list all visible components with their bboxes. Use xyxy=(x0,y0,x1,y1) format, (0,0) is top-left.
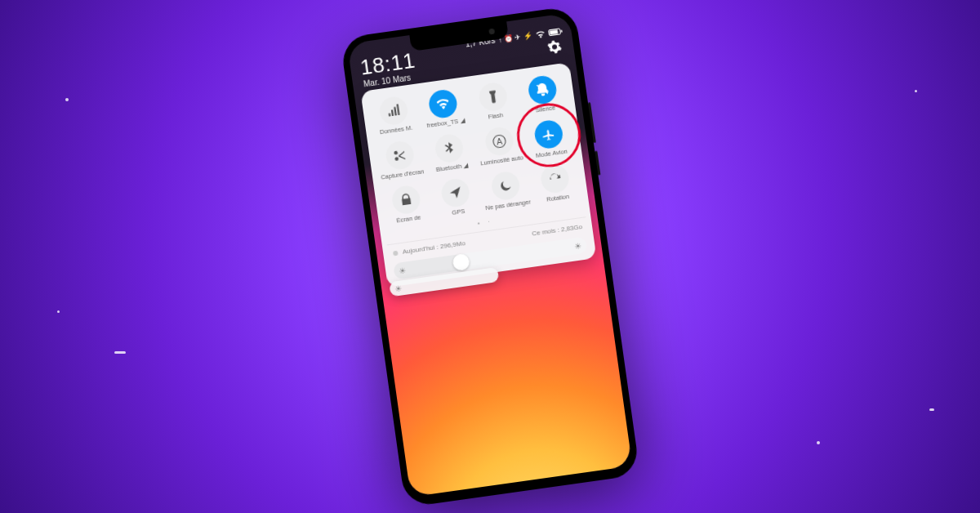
qs-tile-lockscreen[interactable]: Écran de xyxy=(379,181,434,227)
battery-icon xyxy=(548,26,564,36)
wifi-icon xyxy=(427,88,458,119)
svg-rect-2 xyxy=(561,29,563,32)
qs-tile-gps[interactable]: GPS xyxy=(429,174,484,221)
phone-screen: 1,7 Ko/s ↑ ⏰ ✈ ⚡ 18:11 Mar. 10 Mars xyxy=(347,13,632,497)
qs-tile-silence[interactable]: Silence xyxy=(515,71,571,118)
data-month-label: Ce mois xyxy=(532,226,556,237)
qs-tile-screenshot[interactable]: Capture d'écran xyxy=(372,136,428,183)
qs-tile-label: Écran de xyxy=(396,214,421,224)
auto-bright-icon: A xyxy=(483,126,514,157)
svg-rect-1 xyxy=(550,29,559,34)
quick-settings-panel: Données M.freebox_TS ◢FlashSilenceCaptur… xyxy=(360,62,596,287)
qs-tile-label: Rotation xyxy=(546,194,570,203)
qs-tile-label: Mode Avion xyxy=(536,148,568,158)
qs-tile-label: Données M. xyxy=(380,125,413,136)
brightness-low-icon: ☀ xyxy=(394,283,403,293)
airplane-icon xyxy=(533,118,564,149)
moon-icon xyxy=(490,170,521,201)
brightness-low-icon: ☀ xyxy=(399,265,407,275)
stage-background: 1,7 Ko/s ↑ ⏰ ✈ ⚡ 18:11 Mar. 10 Mars xyxy=(0,0,980,513)
brightness-thumb[interactable] xyxy=(452,252,471,271)
data-usage-dot-icon xyxy=(393,250,399,256)
dust-speck xyxy=(929,408,934,411)
qs-tile-label: Flash xyxy=(488,112,503,120)
data-today-label: Aujourd'hui xyxy=(402,243,435,255)
qs-tile-dnd[interactable]: Ne pas déranger xyxy=(479,167,534,213)
brightness-high-icon: ☀ xyxy=(573,240,581,250)
dust-speck xyxy=(114,351,126,354)
qs-tile-label: GPS xyxy=(452,208,466,216)
svg-text:A: A xyxy=(496,136,503,146)
rotate-icon xyxy=(540,163,571,194)
dust-speck xyxy=(817,441,820,444)
qs-tile-rotation[interactable]: Rotation xyxy=(528,160,584,207)
lock-icon xyxy=(390,184,421,215)
qs-tile-label: Capture d'écran xyxy=(381,168,425,181)
qs-tile-mobile-data[interactable]: Données M. xyxy=(367,92,422,139)
dust-speck xyxy=(915,90,917,92)
bluetooth-icon xyxy=(434,132,465,163)
flashlight-icon xyxy=(477,81,508,112)
quick-settings-grid: Données M.freebox_TS ◢FlashSilenceCaptur… xyxy=(367,71,584,227)
wifi-icon xyxy=(535,29,546,38)
settings-icon[interactable] xyxy=(546,38,563,55)
dust-speck xyxy=(65,98,69,101)
qs-tile-label: Ne pas déranger xyxy=(485,199,531,212)
qs-tile-flash[interactable]: Flash xyxy=(466,78,521,125)
dust-speck xyxy=(57,310,60,313)
volume-button[interactable] xyxy=(588,102,596,143)
qs-tile-airplane[interactable]: Mode Avion xyxy=(522,115,577,162)
scissors-icon xyxy=(384,140,415,171)
qs-tile-label: Luminosité auto xyxy=(480,154,524,167)
qs-tile-label: Bluetooth ◢ xyxy=(435,163,468,173)
data-month-value: 2,83Go xyxy=(560,223,582,234)
location-icon xyxy=(440,177,471,208)
data-today-value: 296,9Mo xyxy=(439,239,466,250)
phone: 1,7 Ko/s ↑ ⏰ ✈ ⚡ 18:11 Mar. 10 Mars xyxy=(340,6,640,508)
qs-tile-auto-bright[interactable]: ALuminosité auto xyxy=(472,123,528,169)
power-button[interactable] xyxy=(595,150,600,175)
qs-tile-wifi[interactable]: freebox_TS ◢ xyxy=(416,85,472,132)
signal-icon xyxy=(378,96,409,127)
qs-tile-label: Silence xyxy=(535,105,555,114)
mute-icon xyxy=(527,74,558,105)
qs-tile-bluetooth[interactable]: Bluetooth ◢ xyxy=(422,129,478,176)
qs-tile-label: freebox_TS ◢ xyxy=(426,118,465,129)
